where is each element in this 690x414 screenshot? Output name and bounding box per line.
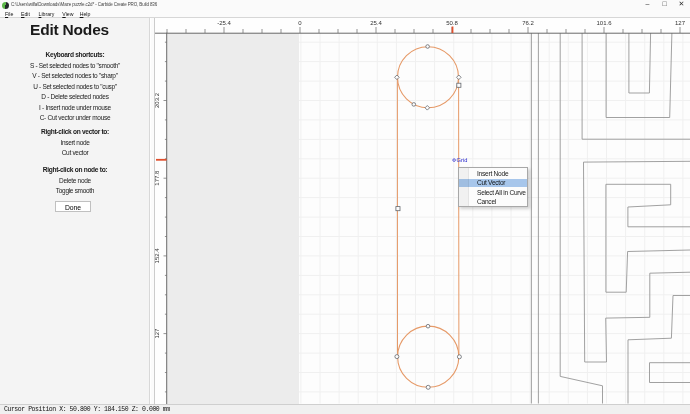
svg-text:50.8: 50.8	[446, 20, 458, 26]
svg-text:-25.4: -25.4	[217, 20, 231, 26]
svg-text:76.2: 76.2	[522, 20, 534, 26]
svg-text:203.2: 203.2	[154, 92, 160, 108]
svg-text:Grid: Grid	[457, 157, 468, 163]
svg-text:127: 127	[154, 328, 160, 339]
svg-text:101.6: 101.6	[596, 20, 612, 26]
svg-text:152.4: 152.4	[154, 248, 160, 264]
svg-text:25.4: 25.4	[370, 20, 382, 26]
svg-text:177.8: 177.8	[154, 170, 160, 186]
svg-text:127: 127	[675, 20, 686, 26]
